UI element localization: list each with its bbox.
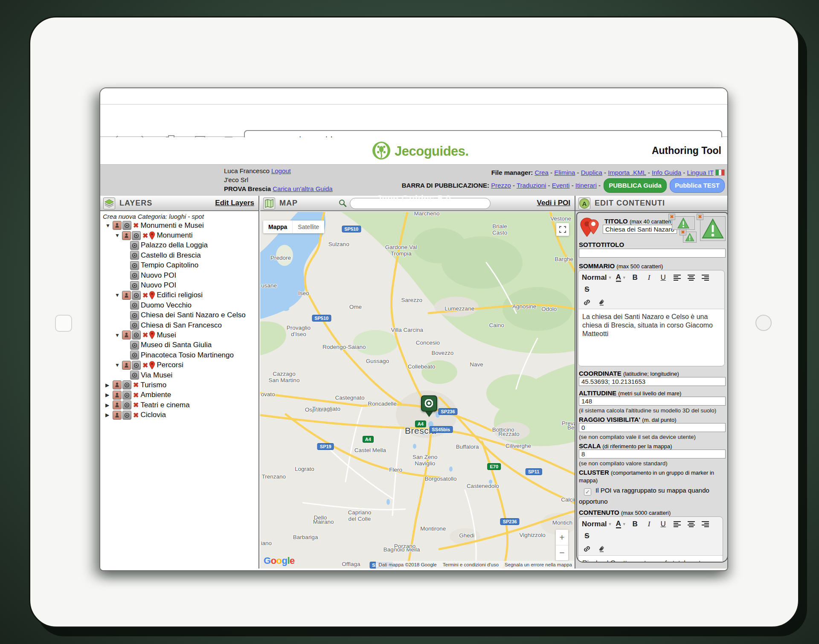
visibility-person-icon[interactable] xyxy=(122,331,131,339)
layer-label[interactable]: Pinacoteca Tosio Martinengo xyxy=(141,351,234,360)
underline-button[interactable]: U xyxy=(658,519,668,530)
text-color-button[interactable]: A▼ xyxy=(616,519,626,530)
expand-icon[interactable]: ▶ xyxy=(105,412,111,418)
layer-label[interactable]: Via Musei xyxy=(141,371,172,380)
align-left-icon[interactable] xyxy=(672,519,682,530)
link-duplica[interactable]: Duplica xyxy=(581,169,602,176)
terms-link[interactable]: Termini e condizioni d'uso xyxy=(443,562,499,567)
delete-icon[interactable]: ✖ xyxy=(142,361,148,369)
camera-lens-icon[interactable] xyxy=(130,321,139,330)
collapse-icon[interactable]: ▼ xyxy=(115,362,121,368)
change-guide-link[interactable]: Carica un'altra Guida xyxy=(273,185,332,192)
layer-category-row[interactable]: ▶✖Turismo xyxy=(100,380,258,390)
titolo-input[interactable] xyxy=(603,225,677,234)
publish-test-button[interactable]: Pubblica TEST xyxy=(670,178,725,193)
altitudine-input[interactable] xyxy=(579,397,726,406)
poi-marker[interactable] xyxy=(421,395,437,417)
camera-lens-icon[interactable] xyxy=(130,341,139,350)
create-category-hint[interactable]: Crea nuova Categoria: luoghi - spot xyxy=(103,213,204,220)
layer-label[interactable]: Nuovo POI xyxy=(141,271,176,280)
coordinate-input[interactable] xyxy=(579,377,726,386)
map-search-input[interactable] xyxy=(350,198,491,209)
map-pin-icon[interactable] xyxy=(149,291,155,300)
visibility-person-icon[interactable] xyxy=(122,231,131,240)
camera-lens-icon[interactable] xyxy=(130,351,139,360)
visibility-person-icon[interactable] xyxy=(113,411,122,420)
map-pin-icon[interactable] xyxy=(149,231,155,240)
strikethrough-button[interactable]: S xyxy=(582,284,592,295)
layer-poi-row[interactable]: Duomo Vecchio xyxy=(100,300,258,310)
link-icon[interactable] xyxy=(582,543,592,554)
camera-lens-icon[interactable] xyxy=(130,241,139,250)
expand-icon[interactable]: ▶ xyxy=(105,382,111,388)
link-itinerari[interactable]: Itinerari xyxy=(575,182,597,189)
align-left-icon[interactable] xyxy=(672,272,682,283)
link-importa-kml[interactable]: Importa .KML xyxy=(608,169,646,176)
layer-label[interactable]: Castello di Brescia xyxy=(141,251,201,260)
cluster-checkbox[interactable]: ✓ xyxy=(584,488,591,496)
delete-icon[interactable]: ✖ xyxy=(133,411,139,419)
link-icon[interactable] xyxy=(582,297,592,308)
camera-lens-icon[interactable] xyxy=(122,380,131,389)
link-lingua-it[interactable]: Lingua IT xyxy=(687,169,714,176)
bold-button[interactable]: B xyxy=(630,272,640,283)
delete-icon[interactable]: ✖ xyxy=(133,401,139,409)
strikethrough-button[interactable]: S xyxy=(582,531,592,542)
layer-label[interactable]: Edifici religiosi xyxy=(157,291,203,299)
camera-lens-icon[interactable] xyxy=(132,291,141,300)
camera-lens-icon[interactable] xyxy=(122,391,131,400)
visibility-person-icon[interactable] xyxy=(122,291,131,300)
underline-button[interactable]: U xyxy=(658,272,668,283)
expand-icon[interactable]: ▶ xyxy=(105,392,111,398)
italic-button[interactable]: I xyxy=(644,272,654,283)
warning-button-3[interactable] xyxy=(700,216,726,241)
align-center-icon[interactable] xyxy=(686,519,697,530)
link-eventi[interactable]: Eventi xyxy=(552,182,570,189)
layer-category-row[interactable]: ▼✖Musei xyxy=(100,330,258,340)
camera-lens-icon[interactable] xyxy=(130,251,139,260)
link-crea[interactable]: Crea xyxy=(534,169,549,176)
align-right-icon[interactable] xyxy=(700,272,711,283)
map-type-satellite[interactable]: Satellite xyxy=(292,220,324,233)
layer-category-row[interactable]: ▶✖Ambiente xyxy=(100,390,258,400)
layer-label[interactable]: Ciclovia xyxy=(140,411,166,419)
visibility-person-icon[interactable] xyxy=(113,391,122,400)
close-warning-icon[interactable]: ✖ xyxy=(680,229,686,235)
link-info-guida[interactable]: Info Guida xyxy=(652,169,681,176)
map-pin-icon[interactable] xyxy=(149,331,155,339)
google-map[interactable]: Mappa Satellite MarchenoVestoneBrialeCas… xyxy=(260,212,575,569)
link-prezzo[interactable]: Prezzo xyxy=(491,182,511,189)
layer-category-row[interactable]: ▼✖Monumenti e Musei xyxy=(100,220,258,230)
layer-poi-row[interactable]: Pinacoteca Tosio Martinengo xyxy=(100,350,258,360)
raggio-input[interactable] xyxy=(579,423,726,432)
layer-label[interactable]: Nuovo POI xyxy=(141,281,176,290)
sommario-text[interactable]: La chiesa dei Santi Nazaro e Celso è una… xyxy=(578,309,724,366)
map-type-mappa[interactable]: Mappa xyxy=(263,220,292,233)
link-elimina[interactable]: Elimina xyxy=(554,169,575,176)
camera-lens-icon[interactable] xyxy=(130,301,139,310)
layer-label[interactable]: Monumenti xyxy=(157,231,192,240)
delete-icon[interactable]: ✖ xyxy=(142,291,148,299)
contenuto-text[interactable]: Risale al Quattrocento, ma fu totalmente… xyxy=(578,555,723,563)
camera-lens-icon[interactable] xyxy=(130,371,139,380)
italic-button[interactable]: I xyxy=(644,519,654,530)
logout-link[interactable]: Logout xyxy=(271,167,291,174)
collapse-icon[interactable]: ▼ xyxy=(115,332,121,338)
collapse-icon[interactable]: ▼ xyxy=(105,223,111,229)
camera-lens-icon[interactable] xyxy=(122,411,131,420)
layer-poi-row[interactable]: Chiesa dei Santi Nazaro e Celso xyxy=(100,310,258,320)
camera-lens-icon[interactable] xyxy=(130,261,139,270)
layer-poi-row[interactable]: Via Musei xyxy=(100,370,258,380)
camera-lens-icon[interactable] xyxy=(132,361,141,370)
layer-poi-row[interactable]: Nuovo POI xyxy=(100,280,258,290)
italy-flag-icon[interactable] xyxy=(715,169,725,176)
layer-label[interactable]: Chiesa dei Santi Nazaro e Celso xyxy=(141,311,246,319)
layer-label[interactable]: Duomo Vecchio xyxy=(141,301,192,310)
layer-poi-row[interactable]: Palazzo della Loggia xyxy=(100,241,258,250)
visibility-person-icon[interactable] xyxy=(122,361,131,370)
zoom-in-button[interactable]: + xyxy=(556,530,568,545)
format-dropdown[interactable]: Normal▼ xyxy=(582,519,612,530)
layer-category-row[interactable]: ▼✖Edifici religiosi xyxy=(100,290,258,300)
link-traduzioni[interactable]: Traduzioni xyxy=(517,182,546,189)
layer-poi-row[interactable]: Chiesa di San Francesco xyxy=(100,320,258,330)
